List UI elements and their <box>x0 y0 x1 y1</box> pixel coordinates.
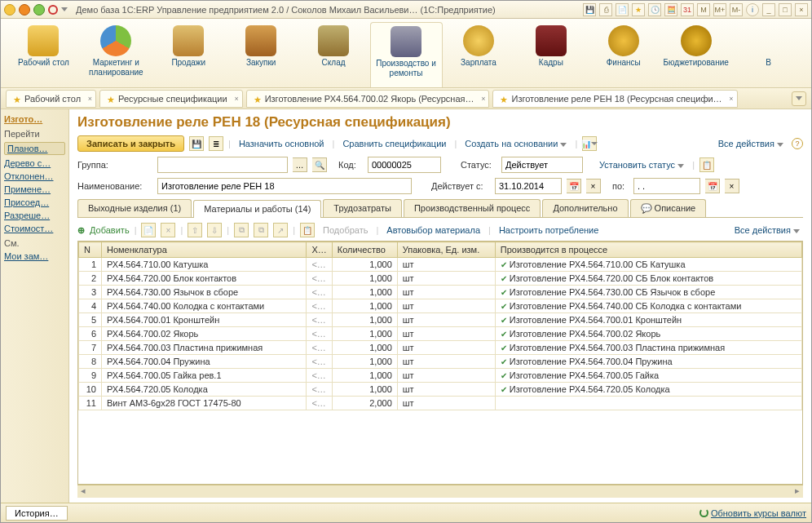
move-down-icon[interactable]: ⇩ <box>207 223 222 237</box>
add-button[interactable]: Добавить <box>90 225 130 235</box>
inner-tab-4[interactable]: Дополнительно <box>542 199 628 217</box>
col-header-5[interactable]: Производится в процессе <box>495 242 801 258</box>
set-status-button[interactable]: Установить статус <box>596 158 687 171</box>
tb-red-icon[interactable] <box>48 5 58 15</box>
mminus-button[interactable]: M- <box>730 3 743 16</box>
date-from-picker-button[interactable]: 📅 <box>567 179 581 193</box>
minimize-button[interactable]: _ <box>762 3 775 16</box>
tb-clock-icon[interactable]: 🕓 <box>648 3 661 16</box>
group-select-button[interactable]: … <box>293 157 307 172</box>
m-button[interactable]: M <box>697 3 710 16</box>
table-row[interactable]: 9 РХ4.564.700.05 Гайка рев.1 <… 1,000 шт… <box>79 369 802 383</box>
name-input[interactable] <box>157 178 412 194</box>
reports-icon[interactable]: 📊 <box>582 136 597 151</box>
table-row[interactable]: 7 РХ4.564.700.03 Пластина прижимная <… 1… <box>79 341 802 355</box>
tb-calendar-icon[interactable]: 31 <box>681 3 694 16</box>
close-button[interactable]: × <box>795 3 808 16</box>
compare-spec-button[interactable]: Сравнить спецификации <box>339 137 449 150</box>
table-row[interactable]: 6 РХ4.564.700.02 Якорь <… 1,000 шт ✔Изго… <box>79 327 802 341</box>
save-icon[interactable]: 💾 <box>189 136 204 151</box>
sidebar-link-4[interactable]: Разреше… <box>4 211 65 220</box>
window-tab-3[interactable]: ★Изготовление реле РЕН 18 (Ресурсная спе… <box>492 90 737 108</box>
section-6[interactable]: Зарплата <box>443 22 515 87</box>
dropdown-icon[interactable] <box>61 7 68 11</box>
tb-doc-icon[interactable]: 📄 <box>616 3 629 16</box>
list-icon[interactable]: ≣ <box>209 136 223 151</box>
table-row[interactable]: 5 РХ4.564.700.01 Кронштейн <… 1,000 шт ✔… <box>79 313 802 327</box>
tb-print-icon[interactable]: ⎙ <box>599 3 612 16</box>
inner-tab-2[interactable]: Трудозатраты <box>323 199 402 217</box>
tab-close-icon[interactable]: × <box>88 95 92 103</box>
section-7[interactable]: Кадры <box>514 22 587 87</box>
tb-orange-icon[interactable] <box>19 4 30 16</box>
sidebar-link-2[interactable]: Примене… <box>4 184 65 194</box>
col-header-3[interactable]: Количество <box>332 242 397 258</box>
section-9[interactable]: Бюджетирование <box>660 22 732 87</box>
history-button[interactable]: История… <box>6 506 68 521</box>
clipboard-icon[interactable]: 📋 <box>699 157 714 172</box>
section-10[interactable]: В <box>732 22 805 87</box>
tb-green-icon[interactable] <box>33 4 45 16</box>
horizontal-scrollbar[interactable]: ◂ ▸ <box>77 485 803 498</box>
tab-close-icon[interactable]: × <box>481 95 485 103</box>
section-3[interactable]: Закупки <box>225 22 298 87</box>
tb-calc-icon[interactable]: 🧮 <box>664 3 677 16</box>
valid-from-input[interactable] <box>495 178 562 194</box>
section-0[interactable]: Рабочий стол <box>7 22 80 87</box>
section-8[interactable]: Финансы <box>587 22 660 87</box>
table-row[interactable]: 3 РХ4.564.730.00 Язычок в сборе <… 1,000… <box>79 286 802 299</box>
col-header-2[interactable]: Х… <box>307 242 332 258</box>
inner-tab-1[interactable]: Материалы и работы (14) <box>193 200 321 218</box>
table-row[interactable]: 1 РХ4.564.710.00 Катушка <… 1,000 шт ✔Из… <box>79 258 802 272</box>
table-row[interactable]: 8 РХ4.564.700.04 Пружина <… 1,000 шт ✔Из… <box>79 355 802 369</box>
table-row[interactable]: 10 РХ4.564.720.05 Колодка <… 1,000 шт ✔И… <box>79 383 802 397</box>
inner-tab-5[interactable]: 💬 Описание <box>630 199 707 217</box>
table-all-actions-button[interactable]: Все действия <box>731 224 803 237</box>
group-search-button[interactable]: 🔍 <box>312 157 327 172</box>
window-tab-0[interactable]: ★Рабочий стол× <box>6 90 96 108</box>
valid-to-input[interactable] <box>633 178 700 194</box>
mplus-button[interactable]: M+ <box>713 3 726 16</box>
configure-consumption-button[interactable]: Настроить потребление <box>496 224 602 237</box>
section-2[interactable]: Продажи <box>152 22 225 87</box>
section-4[interactable]: Склад <box>298 22 370 87</box>
sidebar-link-3[interactable]: Присоед… <box>4 197 65 207</box>
scroll-left-icon[interactable]: ◂ <box>77 485 89 498</box>
inner-tab-3[interactable]: Производственный процесс <box>404 199 541 217</box>
pick-button[interactable]: Подобрать <box>320 224 371 237</box>
inner-tab-0[interactable]: Выходные изделия (1) <box>77 199 192 217</box>
paste-icon[interactable]: ⧉ <box>254 223 268 237</box>
table-row[interactable]: 2 РХ4.564.720.00 Блок контактов <… 1,000… <box>79 272 802 286</box>
sidebar-link2-0[interactable]: Мои зам… <box>4 251 65 261</box>
date-to-clear-button[interactable]: × <box>725 179 739 193</box>
col-header-1[interactable]: Номенклатура <box>102 242 307 258</box>
tb-star-icon[interactable]: ★ <box>632 3 645 16</box>
tb-save-icon[interactable]: 💾 <box>583 3 596 16</box>
save-and-close-button[interactable]: Записать и закрыть <box>77 135 184 152</box>
window-tab-2[interactable]: ★Изготовление РХ4.564.700.02 Якорь (Ресу… <box>246 90 490 108</box>
section-5[interactable]: Производство и ремонты <box>370 22 443 87</box>
col-header-4[interactable]: Упаковка, Ед. изм. <box>397 242 495 258</box>
sidebar-link-1[interactable]: Отклонен… <box>4 171 65 181</box>
tab-close-icon[interactable]: × <box>729 95 733 103</box>
date-to-picker-button[interactable]: 📅 <box>705 179 720 193</box>
scroll-right-icon[interactable]: ▸ <box>792 485 803 498</box>
delete-row-icon[interactable]: × <box>161 223 175 237</box>
maximize-button[interactable]: □ <box>779 3 792 16</box>
materials-table-wrap[interactable]: NНоменклатураХ…КоличествоУпаковка, Ед. и… <box>77 241 803 485</box>
sidebar-title[interactable]: Изгото… <box>4 114 65 124</box>
window-tab-1[interactable]: ★Ресурсные спецификации× <box>99 90 243 108</box>
create-based-button[interactable]: Создать на основании <box>461 137 570 150</box>
sidebar-link-0[interactable]: Дерево с… <box>4 158 65 168</box>
auto-material-button[interactable]: Автовыбор материала <box>383 224 483 237</box>
help-icon[interactable]: ? <box>792 138 803 149</box>
table-row[interactable]: 4 РХ4.564.740.00 Колодка с контактами <…… <box>79 299 802 313</box>
info-icon[interactable]: i <box>746 3 759 16</box>
share-icon[interactable]: ↗ <box>273 223 288 237</box>
tabs-dropdown-button[interactable] <box>792 91 806 106</box>
table-row[interactable]: 11 Винт АМ3-6gx28 ГОСТ 17475-80 <… 2,000… <box>79 397 802 410</box>
code-input[interactable] <box>368 157 441 173</box>
assign-main-button[interactable]: Назначить основной <box>236 137 328 150</box>
date-from-clear-button[interactable]: × <box>586 179 601 193</box>
copy-row-icon[interactable]: 📄 <box>141 223 156 237</box>
